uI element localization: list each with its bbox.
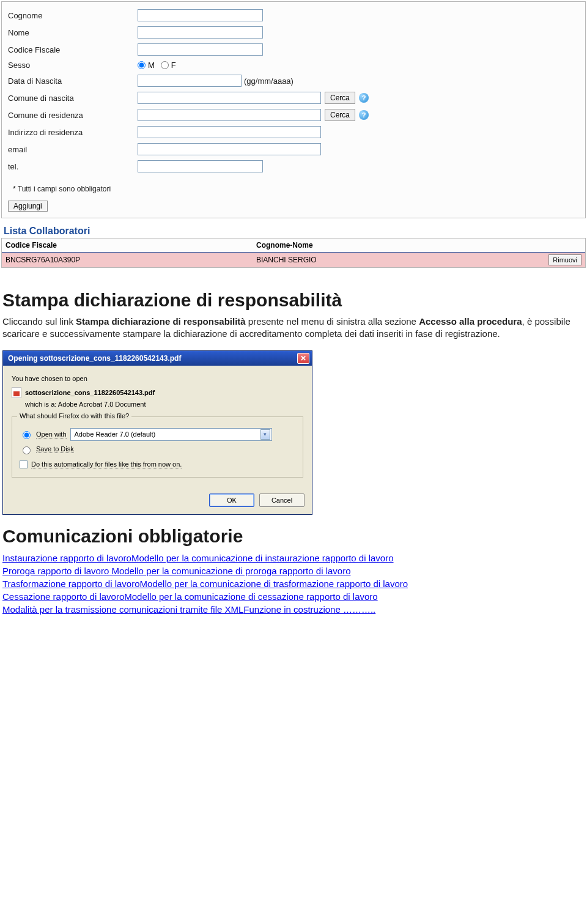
label-sesso-m: M	[148, 61, 155, 70]
link-cessazione-modello[interactable]: Modello per la comunicazione di cessazio…	[124, 591, 377, 602]
radio-sesso-f[interactable]	[161, 61, 169, 69]
label-open-with: Open with	[36, 431, 67, 438]
chevron-down-icon: ▾	[260, 429, 270, 440]
aggiungi-button[interactable]: Aggiungi	[8, 201, 48, 212]
radio-sesso-m[interactable]	[138, 61, 146, 69]
download-dialog: Opening sottoscrizione_cons_118226054214…	[2, 350, 312, 515]
link-proroga-modello[interactable]: Modello per la comunicazione di proroga …	[109, 566, 350, 576]
label-tel: tel.	[8, 162, 138, 171]
input-nome[interactable]	[138, 26, 263, 39]
radio-save-disk[interactable]	[23, 446, 31, 454]
table-row: BNCSRG76A10A390P BIANCHI SERGIO Rimuovi	[2, 253, 585, 267]
bold-link-name: Stampa dichiarazione di responsabilità	[76, 316, 246, 327]
link-trasformazione-modello[interactable]: Modello per la comunicazione di trasform…	[140, 578, 408, 589]
col-header-name: Cognome-Nome	[256, 241, 526, 249]
dialog-titlebar: Opening sottoscrizione_cons_118226054214…	[3, 351, 312, 366]
link-proroga[interactable]: Proroga rapporto di lavoro	[2, 566, 109, 576]
label-nome: Nome	[8, 28, 138, 37]
comunicazioni-heading: Comunicazioni obbligatorie	[2, 526, 585, 547]
input-comune-nascita[interactable]	[138, 92, 321, 104]
lista-collaboratori: Codice Fiscale Cognome-Nome BNCSRG76A10A…	[1, 238, 586, 268]
close-icon[interactable]: ✕	[297, 353, 309, 364]
link-xml-construzione[interactable]: Funzione in costruzione ………..	[243, 604, 375, 615]
input-comune-residenza[interactable]	[138, 109, 321, 121]
input-email[interactable]	[138, 143, 321, 155]
links-block: Instaurazione rapporto di lavoroModello …	[2, 552, 585, 616]
label-cognome: Cognome	[8, 11, 138, 20]
bold-section-name: Accesso alla procedura	[419, 316, 522, 327]
label-sesso: Sesso	[8, 61, 138, 70]
dialog-filename: sottoscrizione_cons_1182260542143.pdf	[25, 389, 155, 396]
input-tel[interactable]	[138, 160, 263, 172]
input-indirizzo[interactable]	[138, 126, 321, 138]
combo-value: Adobe Reader 7.0 (default)	[75, 431, 156, 438]
pdf-icon	[12, 387, 21, 398]
link-trasformazione[interactable]: Trasformazione rapporto di lavoro	[2, 578, 140, 589]
help-icon[interactable]: ?	[359, 93, 369, 103]
dialog-filetype: which is a: Adobe Acrobat 7.0 Document	[25, 401, 303, 408]
input-nascita[interactable]	[138, 75, 242, 87]
label-save-disk: Save to Disk	[36, 445, 74, 453]
lista-collaboratori-title: Lista Collaboratori	[4, 226, 587, 237]
open-with-combo[interactable]: Adobe Reader 7.0 (default) ▾	[70, 428, 272, 441]
dialog-title: Opening sottoscrizione_cons_118226054214…	[8, 354, 181, 363]
link-instaurazione[interactable]: Instaurazione rapporto di lavoro	[2, 553, 131, 563]
input-cf[interactable]	[138, 43, 263, 56]
label-comune-residenza: Comune di residenza	[8, 111, 138, 120]
cerca-comune-residenza-button[interactable]: Cerca	[325, 109, 355, 121]
fieldset-legend: What should Firefox do with this file?	[17, 412, 131, 419]
row-cf: BNCSRG76A10A390P	[6, 256, 256, 264]
cancel-button[interactable]: Cancel	[259, 493, 305, 507]
label-cf: Codice Fiscale	[8, 45, 138, 54]
ok-button[interactable]: OK	[209, 493, 254, 507]
help-icon[interactable]: ?	[359, 110, 369, 120]
table-header: Codice Fiscale Cognome-Nome	[2, 238, 585, 253]
link-instaurazione-modello[interactable]: Modello per la comunicazione di instaura…	[131, 553, 394, 563]
dialog-chosen-text: You have chosen to open	[12, 375, 303, 382]
label-nascita: Data di Nascita	[8, 76, 138, 86]
text: presente nel menu di sinistra alla sezio…	[246, 316, 419, 327]
mandatory-note: * Tutti i campi sono obbligatori	[13, 185, 579, 193]
stampa-heading: Stampa dichiarazione di responsabilità	[2, 290, 585, 311]
label-sesso-f: F	[171, 61, 176, 70]
col-header-cf: Codice Fiscale	[6, 241, 256, 249]
link-cessazione[interactable]: Cessazione rapporto di lavoro	[2, 591, 124, 602]
hint-nascita: (gg/mm/aaaa)	[244, 76, 294, 86]
link-xml[interactable]: Modalità per la trasmissione comunicazio…	[2, 604, 243, 615]
radio-open-with[interactable]	[23, 431, 31, 439]
dialog-action-fieldset: What should Firefox do with this file? O…	[12, 416, 303, 478]
row-name: BIANCHI SERGIO	[256, 256, 526, 264]
label-comune-nascita: Comune di nascita	[8, 94, 138, 103]
checkbox-auto[interactable]	[20, 460, 28, 468]
label-indirizzo: Indirizzo di residenza	[8, 128, 138, 137]
text: Cliccando sul link	[2, 316, 76, 327]
form-panel: Cognome Nome Codice Fiscale Sesso M F Da…	[1, 1, 586, 218]
stampa-paragraph: Cliccando sul link Stampa dichiarazione …	[2, 316, 585, 341]
input-cognome[interactable]	[138, 9, 263, 21]
label-auto: Do this automatically for files like thi…	[31, 460, 182, 468]
label-email: email	[8, 145, 138, 154]
cerca-comune-nascita-button[interactable]: Cerca	[325, 92, 355, 104]
rimuovi-button[interactable]: Rimuovi	[548, 254, 581, 265]
